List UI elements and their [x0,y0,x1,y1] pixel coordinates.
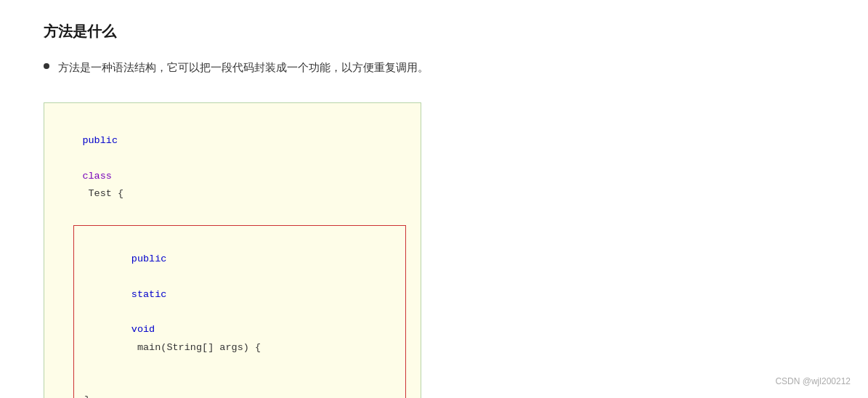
bullet-text: 方法是一种语法结构，它可以把一段代码封装成一个功能，以方便重复调用。 [58,59,429,76]
watermark: CSDN @wjl200212 [775,376,851,386]
class-name: Test { [82,188,123,199]
page-title: 方法是什么 [44,22,824,41]
bullet-dot [44,63,49,69]
keyword-class-word: class [82,171,112,182]
keyword-class [82,153,88,164]
kw-public-1: public [131,253,167,264]
class-open-line: public class Test { [59,115,406,221]
kw-void: void [131,324,155,335]
main-empty-line [84,374,395,391]
bullet-point: 方法是一种语法结构，它可以把一段代码封装成一个功能，以方便重复调用。 [44,59,824,76]
main-method-box: public static void main(String[] args) {… [73,225,406,398]
keyword-public: public [82,135,118,146]
main-sig-line: public static void main(String[] args) { [84,233,395,374]
main-close-line: } [84,391,395,398]
code-block: public class Test { public static void m… [44,102,421,398]
kw-static-1: static [131,289,167,300]
